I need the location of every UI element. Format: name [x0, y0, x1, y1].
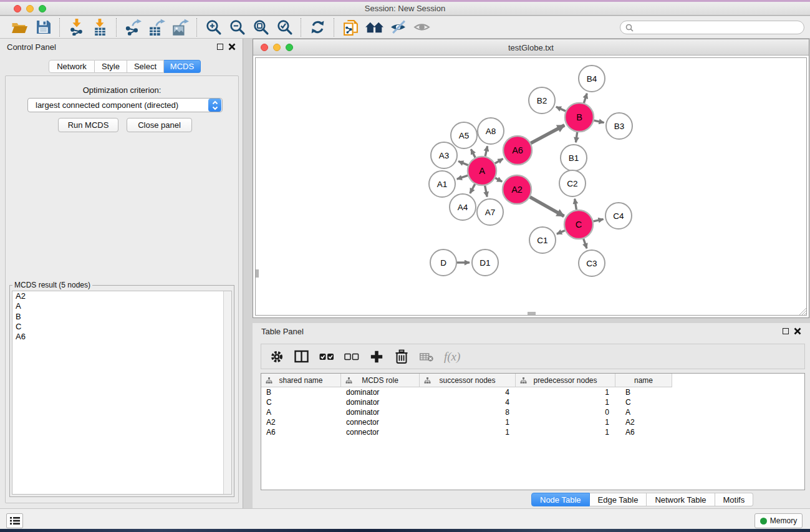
tab-motifs[interactable]: Motifs — [715, 493, 754, 506]
open-session-button[interactable] — [7, 17, 31, 38]
graph-edge-A-A7[interactable] — [485, 186, 488, 197]
table-row[interactable]: Bdominator41B — [261, 387, 804, 397]
graph-node-B3[interactable]: B3 — [606, 113, 632, 139]
close-panel-button[interactable]: Close panel — [127, 118, 192, 132]
search-input[interactable] — [637, 23, 799, 32]
graph-edge-C-C1[interactable] — [557, 230, 565, 234]
graph-node-C[interactable]: C — [564, 210, 593, 239]
graph-node-D[interactable]: D — [430, 249, 456, 276]
column-header-predecessor-nodes[interactable]: predecessor nodes — [516, 374, 615, 387]
table-row[interactable]: A6connector11A6 — [261, 427, 804, 437]
close-panel-icon[interactable] — [228, 43, 236, 51]
graph-edge-A-A8[interactable] — [485, 146, 488, 156]
graph-node-B2[interactable]: B2 — [529, 87, 555, 114]
resize-grip-icon[interactable] — [798, 307, 806, 315]
graph-node-D1[interactable]: D1 — [472, 249, 498, 276]
memory-button[interactable]: Memory — [755, 513, 803, 528]
mcds-result-list[interactable]: A2ABCA6 — [12, 291, 232, 495]
close-panel-icon[interactable] — [794, 327, 801, 335]
result-item[interactable]: A — [12, 301, 231, 311]
tab-node-table[interactable]: Node Table — [531, 493, 590, 506]
graph-node-B4[interactable]: B4 — [579, 65, 605, 92]
network-canvas[interactable]: B4B2BB3A8A5A6A3B1AA1C2A2A4A7C4CC1C3DD1 — [255, 57, 807, 316]
graph-node-A7[interactable]: A7 — [477, 199, 503, 225]
graph-node-C4[interactable]: C4 — [605, 203, 632, 229]
hide-selected-button[interactable] — [386, 17, 410, 38]
graph-node-A4[interactable]: A4 — [450, 194, 476, 220]
graph-edge-C-C2[interactable] — [575, 199, 577, 210]
column-header-shared-name[interactable]: shared name — [261, 374, 341, 387]
zoom-selected-button[interactable] — [272, 17, 296, 38]
graph-edge-A-A5[interactable] — [471, 149, 475, 157]
graph-node-B[interactable]: B — [565, 103, 594, 132]
export-image-button[interactable] — [168, 17, 192, 38]
import-network-button[interactable] — [64, 17, 88, 38]
export-network-button[interactable] — [121, 17, 145, 38]
deselect-all-button[interactable] — [343, 348, 360, 365]
graph-edge-B-B3[interactable] — [594, 120, 604, 123]
graph-edge-A6-B[interactable] — [531, 125, 564, 143]
graph-edge-B-B2[interactable] — [556, 107, 566, 111]
float-panel-icon[interactable] — [783, 328, 789, 334]
graph-edge-A-A4[interactable] — [470, 184, 475, 193]
result-item[interactable]: A6 — [12, 332, 231, 342]
tab-network-table[interactable]: Network Table — [647, 493, 715, 506]
column-header-name[interactable]: name — [615, 374, 672, 387]
zoom-out-button[interactable] — [225, 17, 249, 38]
show-column-button[interactable] — [293, 348, 310, 365]
optimization-criterion-select[interactable]: largest connected component (directed) — [27, 98, 223, 112]
graph-node-A2[interactable]: A2 — [503, 175, 531, 204]
graph-edge-A-A6[interactable] — [495, 159, 503, 163]
zoom-in-button[interactable] — [201, 17, 225, 38]
save-session-button[interactable] — [31, 17, 55, 38]
graph-node-A[interactable]: A — [468, 157, 496, 185]
apply-style-button[interactable] — [306, 17, 329, 38]
graph-node-C2[interactable]: C2 — [559, 170, 586, 196]
graph-node-A8[interactable]: A8 — [478, 118, 504, 144]
tab-select[interactable]: Select — [127, 60, 164, 73]
zoom-fit-button[interactable] — [249, 17, 272, 38]
tab-edge-table[interactable]: Edge Table — [590, 493, 647, 506]
graph-edge-C-C4[interactable] — [593, 219, 603, 221]
graph-node-A1[interactable]: A1 — [429, 171, 455, 197]
canvas-bottom-nub[interactable] — [528, 312, 536, 315]
delete-column-button[interactable] — [393, 348, 410, 365]
import-table-button[interactable] — [88, 17, 112, 38]
result-item[interactable]: C — [12, 322, 231, 332]
run-mcds-button[interactable]: Run MCDS — [58, 118, 118, 132]
result-item[interactable]: B — [12, 312, 231, 322]
show-all-button[interactable] — [410, 17, 433, 38]
graph-edge-B-B1[interactable] — [576, 132, 577, 142]
graph-node-C3[interactable]: C3 — [579, 250, 605, 276]
graph-node-A3[interactable]: A3 — [431, 142, 457, 168]
tab-network[interactable]: Network — [49, 60, 95, 73]
add-column-button[interactable] — [368, 348, 385, 365]
graph-edge-A-A1[interactable] — [457, 175, 468, 179]
export-table-button[interactable] — [145, 17, 168, 38]
network-graph[interactable]: B4B2BB3A8A5A6A3B1AA1C2A2A4A7C4CC1C3DD1 — [256, 58, 806, 316]
search-box[interactable] — [620, 21, 804, 34]
first-neighbors-button[interactable] — [362, 17, 386, 38]
table-row[interactable]: Cdominator41C — [261, 397, 804, 407]
graph-edge-A-A2[interactable] — [495, 178, 502, 181]
function-builder-button[interactable]: f(x) — [444, 350, 460, 364]
delete-table-button[interactable] — [418, 348, 435, 365]
float-panel-icon[interactable] — [217, 44, 223, 50]
graph-edge-A2-C[interactable] — [530, 197, 564, 216]
table-row[interactable]: Adominator80A — [261, 407, 804, 417]
graph-node-C1[interactable]: C1 — [529, 227, 556, 253]
graph-edge-A-A3[interactable] — [458, 161, 468, 165]
select-all-button[interactable] — [318, 348, 335, 365]
result-scrollbar[interactable] — [223, 291, 231, 494]
column-header-mcds-role[interactable]: MCDS role — [341, 374, 420, 387]
graph-node-A5[interactable]: A5 — [451, 122, 477, 148]
table-settings-button[interactable] — [268, 348, 285, 365]
canvas-left-nub[interactable] — [256, 269, 259, 278]
graph-node-B1[interactable]: B1 — [561, 145, 587, 171]
graph-edge-B-B4[interactable] — [584, 94, 587, 103]
clone-network-button[interactable] — [339, 17, 362, 38]
result-item[interactable]: A2 — [12, 291, 231, 301]
column-header-successor-nodes[interactable]: successor nodes — [420, 374, 516, 387]
task-history-button[interactable] — [6, 513, 23, 528]
tab-mcds[interactable]: MCDS — [164, 60, 201, 73]
